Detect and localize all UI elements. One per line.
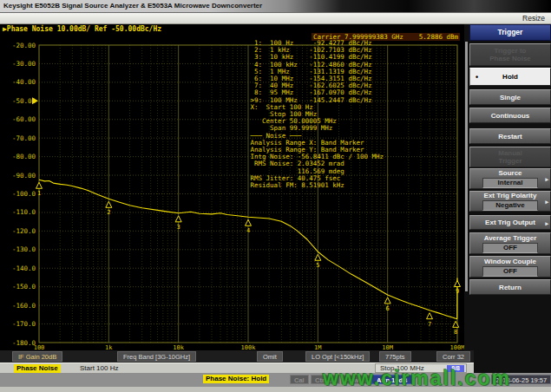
softkey-menu-header: Trigger bbox=[469, 24, 551, 41]
svg-text:-70.00: -70.00 bbox=[12, 134, 36, 142]
softkey-source[interactable]: SourceInternal▸ bbox=[469, 168, 551, 189]
status-seg-omit: Omit bbox=[257, 351, 283, 362]
softkey-label: Average Trigger bbox=[484, 234, 537, 242]
softkey-return[interactable]: Return bbox=[469, 279, 551, 295]
softkey-value: Internal bbox=[482, 178, 538, 188]
softkey-trigger-to-phase-noise: Trigger to Phase Noise bbox=[469, 43, 551, 66]
svg-text:6: 6 bbox=[386, 305, 390, 312]
svg-text:100: 100 bbox=[34, 344, 45, 350]
softkey-label: Window Couple bbox=[484, 258, 536, 265]
softkey-hold[interactable]: •Hold bbox=[469, 68, 551, 86]
svg-text:10k: 10k bbox=[173, 344, 184, 350]
svg-text:-40.00: -40.00 bbox=[12, 78, 36, 86]
svg-text:9: 9 bbox=[456, 288, 459, 295]
svg-text:-120.0: -120.0 bbox=[12, 227, 36, 235]
trace-marker-9: 9 bbox=[455, 280, 461, 295]
softkey-value: OFF bbox=[482, 266, 538, 277]
instrument-screen: -20.00-30.00-40.00-50.00-60.00-70.00-80.… bbox=[0, 24, 464, 350]
softkey-label: Continuous bbox=[491, 112, 529, 120]
softkey-manual-trigger: Manual Trigger bbox=[469, 147, 551, 167]
svg-text:10M: 10M bbox=[382, 344, 393, 350]
softkey-ext-trig-polarity[interactable]: Ext Trig PolarityNegative▸ bbox=[469, 191, 551, 212]
sweep-start-label: Start 100 Hz bbox=[80, 364, 118, 372]
softkey-label: Hold bbox=[502, 73, 518, 81]
trace-scale-label: ▶Phase Noise 10.00dB/ Ref -50.00dBc/Hz bbox=[3, 25, 161, 33]
svg-text:100M: 100M bbox=[450, 344, 464, 350]
softkey-label: Ext Trig Output bbox=[485, 219, 535, 226]
softkey-window-couple[interactable]: Window CoupleOFF bbox=[469, 256, 551, 278]
svg-text:1: 1 bbox=[37, 190, 41, 197]
svg-text:1k: 1k bbox=[105, 344, 113, 350]
trace-marker-8: 8 bbox=[453, 321, 459, 336]
svg-text:2: 2 bbox=[107, 209, 110, 216]
phase-noise-badge: Phase Noise bbox=[14, 364, 61, 373]
softkey-label: Ext Trig Polarity bbox=[484, 192, 537, 199]
trace-marker-2: 2 bbox=[106, 201, 112, 216]
softkey-label: Restart bbox=[498, 133, 522, 140]
svg-text:4: 4 bbox=[246, 227, 250, 234]
window-title: Keysight E5052B Signal Source Analyzer &… bbox=[3, 2, 262, 10]
submenu-arrow-icon: ▸ bbox=[545, 175, 548, 183]
softkey-label: Single bbox=[500, 94, 521, 101]
trace-marker-6: 6 bbox=[384, 297, 390, 312]
menu-bar: Resize bbox=[0, 13, 551, 24]
status-seg-lo-opt-150khz: LO Opt [<150kHz] bbox=[305, 351, 370, 362]
softkey-menu: Trigger Trigger to Phase Noise•HoldSingl… bbox=[469, 24, 551, 319]
svg-text:-100.0: -100.0 bbox=[12, 190, 36, 198]
svg-text:-20.00: -20.00 bbox=[12, 42, 36, 49]
trace-marker-1: 1 bbox=[36, 182, 43, 197]
svg-text:-60.00: -60.00 bbox=[12, 115, 36, 123]
svg-text:-160.0: -160.0 bbox=[12, 302, 36, 310]
svg-text:-180.0: -180.0 bbox=[12, 339, 36, 347]
trace-marker-4: 4 bbox=[246, 219, 252, 234]
svg-text:1M: 1M bbox=[314, 344, 321, 350]
softkey-label: Manual Trigger bbox=[498, 149, 522, 165]
softkey-single[interactable]: Single bbox=[469, 89, 551, 105]
status-seg-if-gain-20db: IF Gain 20dB bbox=[12, 351, 62, 362]
trigger-state-badge: Phase Noise: Hold bbox=[203, 375, 269, 383]
softkey-value: Negative bbox=[482, 200, 538, 211]
trace-marker-3: 3 bbox=[175, 216, 181, 231]
svg-text:8: 8 bbox=[454, 329, 457, 336]
svg-text:3: 3 bbox=[177, 224, 180, 231]
svg-text:5: 5 bbox=[316, 262, 319, 269]
trace-marker-5: 5 bbox=[315, 254, 321, 269]
softkey-continuous[interactable]: Continuous bbox=[469, 108, 551, 123]
selected-bullet-icon: • bbox=[476, 73, 478, 81]
marker-readout: 1: 100 Hz -92.4277 dBc/Hz 2: 1 kHz -102.… bbox=[246, 40, 384, 189]
window-titlebar: Keysight E5052B Signal Source Analyzer &… bbox=[0, 0, 551, 13]
softkey-label: Trigger to Phase Noise bbox=[489, 47, 531, 62]
softkey-value: OFF bbox=[482, 243, 538, 253]
softkey-label: Return bbox=[499, 284, 521, 291]
svg-text:7: 7 bbox=[428, 321, 431, 328]
softkey-restart[interactable]: Restart bbox=[469, 128, 551, 144]
submenu-arrow-icon: ▸ bbox=[545, 219, 548, 226]
resize-menu-item[interactable]: Resize bbox=[522, 14, 545, 23]
trace-scale-text: Phase Noise 10.00dB/ Ref -50.00dBc/Hz bbox=[7, 25, 161, 33]
svg-text:-30.00: -30.00 bbox=[12, 60, 36, 68]
svg-text:100k: 100k bbox=[241, 344, 257, 350]
softkey-scrollbar[interactable] bbox=[465, 42, 468, 291]
trace-marker-7: 7 bbox=[427, 313, 433, 328]
watermark-text: www.cirmall.com bbox=[323, 367, 550, 390]
softkey-ext-trig-output[interactable]: Ext Trig Output▸ bbox=[469, 215, 551, 230]
status-seg-775pts: 775pts bbox=[379, 351, 411, 362]
svg-text:-80.00: -80.00 bbox=[12, 153, 36, 160]
svg-text:-140.0: -140.0 bbox=[12, 265, 36, 272]
svg-text:-150.0: -150.0 bbox=[12, 283, 36, 291]
phase-noise-chart: -20.00-30.00-40.00-50.00-60.00-70.00-80.… bbox=[0, 24, 464, 350]
softkey-average-trigger[interactable]: Average TriggerOFF bbox=[469, 232, 551, 254]
status-seg-corr-32: Corr 32 bbox=[436, 351, 470, 362]
softkey-label: Source bbox=[498, 169, 521, 177]
hardware-status-row: IF Gain 20dBFreq Band [3G-10GHz]OmitLO O… bbox=[0, 350, 474, 363]
svg-text:-90.00: -90.00 bbox=[12, 172, 36, 180]
svg-text:-170.0: -170.0 bbox=[12, 320, 36, 328]
submenu-arrow-icon: ▸ bbox=[545, 198, 548, 206]
cal-indicator: Cal bbox=[290, 375, 309, 384]
status-seg-freq-band-3g-10ghz: Freq Band [3G-10GHz] bbox=[117, 351, 196, 362]
svg-text:-110.0: -110.0 bbox=[12, 208, 36, 216]
svg-text:-130.0: -130.0 bbox=[12, 245, 36, 253]
